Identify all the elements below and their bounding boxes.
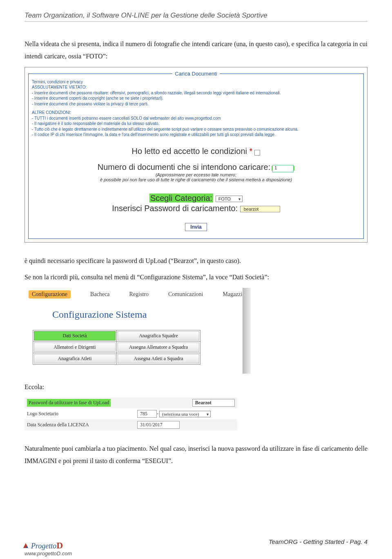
screenshot-configurazione: Configurazione Bacheca Registro Comunica… xyxy=(24,288,251,374)
settings-label-logo: Logo Societario xyxy=(27,411,137,417)
terms-a3: - Tutto ciò che è legato direttamente o … xyxy=(32,127,360,132)
required-star-icon: * xyxy=(249,147,253,156)
password-input[interactable]: bearzot xyxy=(240,206,280,212)
footer-url: www.progettoD.com xyxy=(24,550,72,557)
terms-altre: ALTRE CONDIZIONI: xyxy=(32,110,360,116)
numdoc-highlight: 1 xyxy=(272,166,294,171)
screenshot-settings-snippet: Password da utilizzare in fase di UpLoad… xyxy=(24,397,237,430)
numdoc-label: Numero di documenti che si intendono car… xyxy=(98,163,271,171)
btn-anagrafica-squadre[interactable]: Anagrafica Squadre xyxy=(118,331,199,341)
footer-logo-d: D xyxy=(56,540,63,550)
scroll-edge-shadow xyxy=(243,288,251,374)
settings-row-upload-pw: Password da utilizzare in fase di UpLoad… xyxy=(24,397,237,408)
menu-strip: Configurazione Bacheca Registro Comunica… xyxy=(24,288,251,374)
btn-anagrafica-atleti[interactable]: Anagrafica Atleti xyxy=(34,354,116,363)
tab-bacheca[interactable]: Bacheca xyxy=(90,291,109,298)
terms-a1: - TUTTI i documenti inseriti potranno es… xyxy=(32,116,360,121)
settings-label-licenza: Data Scadenza della LICENZA xyxy=(27,422,137,428)
fieldset-carica: Carica Documenti Termini, condizioni e p… xyxy=(28,71,364,239)
paragraph-menu-note: Se non la ricordi più, consulta nel menù… xyxy=(24,271,368,283)
category-label: Scegli Categoria: xyxy=(149,194,213,203)
approx-line2: è possibile poi non fare uso di tutte le… xyxy=(32,177,360,182)
password-label: Inserisci Password di caricamento: xyxy=(112,204,238,213)
configurazione-title: Configurazione Sistema xyxy=(52,309,247,320)
logo-icon xyxy=(22,542,29,549)
paragraph-eccola: Eccola: xyxy=(24,381,368,393)
settings-row-logo: Logo Societario 785 - (seleziona una voc… xyxy=(24,408,237,419)
terms-v1: - Inserire documenti che possono risulta… xyxy=(32,90,360,96)
terms-title: Termini, condizioni e privacy xyxy=(32,79,360,85)
settings-select-logo[interactable]: (seleziona una voce) xyxy=(159,411,211,417)
tab-registro[interactable]: Registro xyxy=(129,291,149,298)
terms-a4: - Il codice IP di chi inserisce l'immagi… xyxy=(32,132,360,138)
menu-tabs: Configurazione Bacheca Registro Comunica… xyxy=(29,290,247,298)
settings-value-upload-pw[interactable]: Bearzot xyxy=(192,399,235,407)
numdoc-row: Numero di documenti che si intendono car… xyxy=(32,163,360,172)
accept-label: Ho letto ed accetto le condizioni xyxy=(132,147,249,156)
footer-page-line: TeamORG - Getting Started - Pag. 4 xyxy=(269,538,368,545)
numdoc-input[interactable]: 1 xyxy=(272,165,294,172)
category-select[interactable]: FOTO xyxy=(216,196,243,202)
paragraph-outro: Naturalmente puoi cambiarla a tuo piacim… xyxy=(24,443,368,468)
footer-logo: ProgettoD xyxy=(22,540,63,551)
header-rule xyxy=(24,21,368,22)
btn-dati-societa[interactable]: Dati Società xyxy=(34,331,116,341)
password-row: Inserisci Password di caricamento: bearz… xyxy=(32,204,360,213)
configurazione-table: Dati Società Anagrafica Squadre Allenato… xyxy=(33,330,200,365)
btn-assegna-atleti[interactable]: Assegna Atleti a Squadra xyxy=(118,354,199,363)
paragraph-intro: Nella videata che si presenta, indica il… xyxy=(24,38,368,63)
btn-allenatori-dirigenti[interactable]: Allenatori e Dirigenti xyxy=(34,343,116,352)
terms-v3: - Inserire documenti che possano violare… xyxy=(32,101,360,107)
btn-assegna-allenatore[interactable]: Assegna Allenatore a Squadra xyxy=(118,343,199,352)
settings-row-licenza: Data Scadenza della LICENZA 31/01/2017 xyxy=(24,419,237,430)
category-row: Scegli Categoria: FOTO xyxy=(32,194,360,203)
page: Team Organization, il Software ON-LINE p… xyxy=(0,0,392,559)
tab-comunicazioni[interactable]: Comunicazioni xyxy=(168,291,203,298)
terms-a2: - Il navigatore è il solo responsabile d… xyxy=(32,121,360,127)
terms-vietato: ASSOLUTAMENTE VIETATO: xyxy=(32,85,360,90)
submit-row: Invia xyxy=(32,213,360,231)
invia-button[interactable]: Invia xyxy=(185,223,207,231)
page-header-title: Team Organization, il Software ON-LINE p… xyxy=(24,11,368,20)
settings-value-licenza[interactable]: 31/01/2017 xyxy=(137,421,180,429)
terms-block: Termini, condizioni e privacy ASSOLUTAME… xyxy=(32,79,360,138)
accept-row: Ho letto ed accetto le condizioni * xyxy=(32,147,360,156)
settings-value-logo-id[interactable]: 785 xyxy=(137,410,157,418)
footer-logo-text: Progetto xyxy=(31,542,56,550)
approx-line1: (Approssimare per eccesso tale numero; xyxy=(32,172,360,177)
paragraph-password-note: è quindi necessario specificare la passw… xyxy=(24,255,368,267)
settings-label-upload-pw: Password da utilizzare in fase di UpLoad xyxy=(27,399,111,407)
tab-configurazione[interactable]: Configurazione xyxy=(29,290,71,298)
screenshot-carica-documenti: Carica Documenti Termini, condizioni e p… xyxy=(24,67,368,243)
fieldset-legend: Carica Documenti xyxy=(172,71,219,77)
accept-checkbox[interactable] xyxy=(254,150,260,156)
terms-v2: - Inserire documenti coperti da copyrigh… xyxy=(32,96,360,101)
